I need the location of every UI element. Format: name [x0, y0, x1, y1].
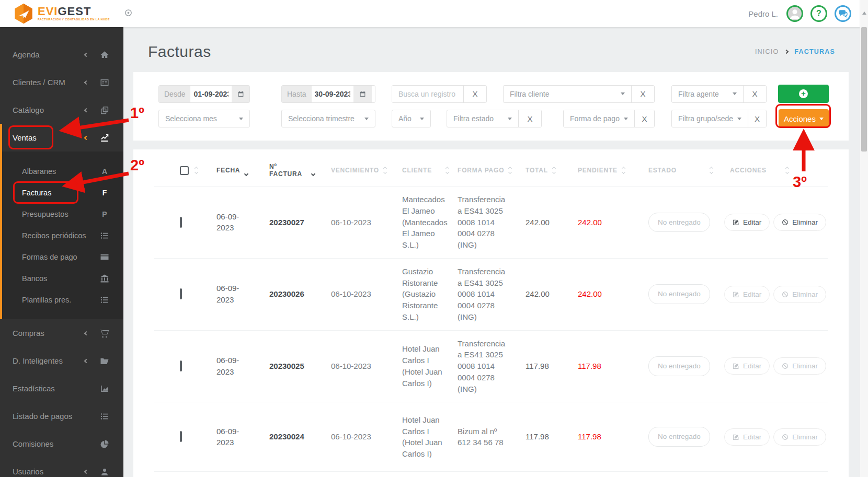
pie-chart-icon: [99, 439, 110, 449]
cell-n-factura: 20230024: [264, 424, 326, 450]
date-to-input[interactable]: [312, 86, 353, 102]
sidebar-item-catalogo[interactable]: Catálogo: [0, 96, 123, 124]
ventas-submenu: Albaranes A Facturas F Presupuestos P Re…: [2, 152, 123, 319]
clear-status-button[interactable]: X: [518, 110, 541, 127]
edit-button[interactable]: Editar: [724, 357, 770, 375]
main-content: Facturas INICIO FACTURAS Desde Hasta: [123, 27, 860, 477]
list-icon: [99, 295, 110, 305]
chevron-left-icon: [84, 135, 88, 139]
header-pendiente[interactable]: PENDIENTE: [567, 167, 620, 174]
cell-n-factura: 20230026: [264, 281, 326, 307]
sidebar-item-d-inteligentes[interactable]: D. Inteligentes: [0, 347, 123, 375]
search-input[interactable]: [392, 86, 463, 102]
header-vencimiento[interactable]: VENCIMIENTO: [326, 167, 397, 174]
filter-agent-select[interactable]: Filtra agente: [672, 86, 743, 102]
sort-icon: [786, 167, 789, 173]
calendar-button[interactable]: [353, 86, 372, 102]
home-icon: [99, 50, 110, 60]
chat-button[interactable]: [835, 5, 851, 22]
header-acciones[interactable]: ACCIONES: [719, 167, 828, 174]
help-button[interactable]: [810, 5, 827, 22]
sidebar-item-ventas[interactable]: Ventas: [2, 124, 123, 152]
row-checkbox[interactable]: [180, 431, 182, 442]
cell-fecha: 06-09-2023: [211, 418, 253, 456]
breadcrumb-inicio[interactable]: INICIO: [755, 48, 779, 55]
delete-button[interactable]: Eliminar: [773, 428, 826, 446]
cell-pendiente: 242.00: [567, 281, 620, 307]
chart-line-icon: [99, 133, 110, 143]
clear-agent-button[interactable]: X: [743, 86, 766, 102]
delete-button[interactable]: Eliminar: [773, 357, 826, 375]
select-month[interactable]: Selecciona mes: [158, 110, 250, 127]
header-total[interactable]: TOTAL: [520, 167, 567, 174]
sidebar-item-usuarios[interactable]: Usuarios: [0, 458, 123, 477]
sidebar-item-agenda[interactable]: Agenda: [0, 41, 123, 68]
caret-down-icon: [819, 118, 824, 120]
row-checkbox[interactable]: [180, 288, 182, 299]
target-icon[interactable]: [124, 9, 132, 19]
edit-button[interactable]: Editar: [724, 214, 770, 231]
sidebar-item-estadisticas[interactable]: Estadísticas: [0, 375, 123, 402]
chevron-left-icon: [84, 80, 88, 84]
add-invoice-button[interactable]: [778, 85, 829, 103]
clear-group-site-button[interactable]: X: [748, 110, 766, 127]
vertical-scrollbar[interactable]: [860, 0, 868, 477]
edit-button[interactable]: Editar: [724, 286, 770, 303]
header-forma-pago[interactable]: FORMA PAGO: [452, 167, 520, 174]
sort-icon[interactable]: [195, 167, 198, 173]
letter-a-icon: A: [99, 167, 110, 176]
row-checkbox[interactable]: [180, 217, 182, 228]
row-checkbox[interactable]: [180, 360, 182, 371]
calendar-button[interactable]: [232, 86, 249, 102]
user-name[interactable]: Pedro L.: [748, 9, 778, 18]
sidebar-item-listado-de-pagos[interactable]: Listado de pagos: [0, 402, 123, 430]
delete-button[interactable]: Eliminar: [773, 214, 826, 231]
filter-status-select[interactable]: Filtra estado: [447, 110, 518, 127]
filter-client-group: Filtra cliente X: [503, 85, 655, 103]
cell-cliente: Mantecados El Jameo (Mantecados El Jameo…: [397, 187, 452, 258]
header-fecha[interactable]: FECHA: [211, 165, 264, 176]
select-year[interactable]: Año: [392, 110, 431, 127]
scroll-up-arrow-icon[interactable]: [862, 11, 866, 15]
edit-button[interactable]: Editar: [724, 428, 770, 446]
cell-total: 242.00: [520, 210, 567, 236]
list-icon: [99, 231, 110, 240]
delete-button[interactable]: Eliminar: [773, 286, 826, 303]
submenu-item-plantillas-pres[interactable]: Plantillas pres.: [2, 289, 123, 310]
sort-icon: [553, 167, 555, 173]
user-avatar[interactable]: [786, 5, 803, 22]
status-badge: No entregado: [648, 284, 710, 304]
header-estado[interactable]: ESTADO: [620, 167, 719, 174]
area-chart-icon: [99, 384, 110, 393]
clear-client-button[interactable]: X: [631, 86, 654, 102]
user-icon: [99, 467, 110, 476]
submenu-item-bancos[interactable]: Bancos: [2, 267, 123, 289]
submenu-item-albaranes[interactable]: Albaranes A: [2, 160, 123, 182]
submenu-item-formas-de-pago[interactable]: Formas de pago: [2, 246, 123, 267]
letter-f-icon: F: [99, 189, 110, 197]
scrollbar-thumb[interactable]: [861, 27, 867, 152]
brand-logo[interactable]: EVIGEST FACTURACIÓN Y CONTABILIDAD EN LA…: [13, 3, 110, 25]
filter-group-site-select[interactable]: Filtra grupo/sede: [672, 110, 748, 127]
submenu-item-facturas[interactable]: Facturas F: [2, 182, 123, 203]
clear-payment-button[interactable]: X: [634, 110, 654, 127]
caret-down-icon: [508, 118, 512, 120]
cell-pendiente: 242.00: [567, 210, 620, 236]
clear-search-button[interactable]: X: [463, 86, 486, 102]
submenu-item-recibos-periodicos[interactable]: Recibos periódicos: [2, 225, 123, 246]
sidebar-item-comisiones[interactable]: Comisiones: [0, 430, 123, 458]
cell-fecha: 06-09-2023: [211, 204, 253, 241]
date-from-input[interactable]: [190, 86, 232, 102]
acciones-button[interactable]: Acciones: [779, 109, 829, 128]
select-all-checkbox[interactable]: [180, 166, 189, 175]
sidebar-item-compras[interactable]: Compras: [0, 319, 123, 347]
header-n-factura[interactable]: Nº FACTURA: [264, 163, 326, 178]
header-cliente[interactable]: CLIENTE: [397, 167, 452, 174]
filter-payment-select[interactable]: Forma de pago: [564, 110, 634, 127]
filter-client-select[interactable]: Filtra cliente: [504, 86, 631, 102]
sidebar-item-clientes-crm[interactable]: Clientes / CRM: [0, 68, 123, 96]
brand-tagline: FACTURACIÓN Y CONTABILIDAD EN LA NUBE: [38, 18, 110, 21]
select-quarter[interactable]: Selecciona trimestre: [281, 110, 375, 127]
evigest-logo-icon: [13, 3, 35, 25]
submenu-item-presupuestos[interactable]: Presupuestos P: [2, 203, 123, 225]
